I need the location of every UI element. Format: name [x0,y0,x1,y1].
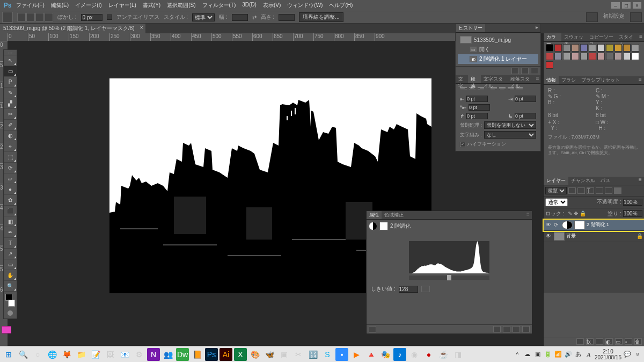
clip-to-layer-icon[interactable] [369,326,376,332]
tool-1[interactable]: ▭ [4,66,17,77]
calculator-icon[interactable]: 🔢 [306,348,319,361]
color-swatch-pair[interactable] [4,293,17,308]
notepad-icon[interactable]: 📝 [89,348,102,361]
swatch[interactable] [580,44,588,52]
tool-7[interactable]: ◐ [4,131,17,141]
tool-10[interactable]: ⟳ [4,163,17,173]
tool-16[interactable]: ✒ [4,227,17,238]
swatch[interactable] [623,44,631,52]
close-button[interactable]: × [632,2,642,9]
outlook-icon[interactable]: 📧 [118,348,131,361]
reset-icon[interactable] [503,326,510,332]
tab-history[interactable]: ヒストリー [456,24,485,32]
marquee-mode-icons[interactable] [17,13,53,21]
paint-icon[interactable]: 🎨 [248,348,261,361]
filter-pixel-icon[interactable] [568,187,576,194]
tool-0[interactable]: ↖ [4,55,17,66]
chrome-icon[interactable]: 🌐 [46,348,58,361]
swap-wh-icon[interactable]: ⇄ [252,15,257,20]
music-icon[interactable]: ♪ [393,348,406,361]
align-right-icon[interactable] [477,87,485,93]
tool-15[interactable]: ◧ [4,216,17,227]
tray-app-icon[interactable]: ▣ [533,350,542,359]
lock-all-icon[interactable]: 🔒 [580,211,586,216]
swatch[interactable] [623,53,631,60]
filter-shape-icon[interactable] [596,187,603,194]
history-delete-icon[interactable] [531,68,538,74]
justify-all-icon[interactable] [516,87,523,93]
history-item[interactable]: ▭開く [458,45,538,54]
layer-mask-icon[interactable] [596,338,603,345]
settings-icon[interactable]: ⚙ [133,348,145,361]
zoom-icon[interactable]: ▪ [335,348,348,361]
filter-smart-icon[interactable] [605,187,612,194]
butterfly-icon[interactable]: 🦋 [263,348,276,361]
hand-tool-icon[interactable] [421,286,430,292]
panel-menu-icon[interactable]: ≡ [638,33,644,41]
layer-thumb[interactable] [554,232,565,241]
tab-info-2[interactable]: ブラシプリセット [579,76,623,84]
swatch[interactable] [546,53,553,60]
firefox-icon[interactable]: 🦊 [60,348,73,361]
tab-color-1[interactable]: スウォッチ [561,33,587,41]
swatch[interactable] [572,44,579,52]
quickmask-icon[interactable] [4,308,17,318]
tab-color-correction[interactable]: 色域補正 [382,211,406,219]
panel-menu-icon[interactable]: ≡ [535,75,540,83]
toolbox-handle[interactable]: ··· [4,50,17,55]
swatch[interactable] [546,44,553,52]
align-left-icon[interactable] [460,87,467,93]
swatch[interactable] [563,53,570,60]
align-center-icon[interactable] [469,87,476,93]
layer-name[interactable]: 背景 [566,233,576,240]
tab-paragraph-2[interactable]: 文字スタイル [481,75,508,83]
onenote-icon[interactable]: N [147,348,160,361]
snip-icon[interactable]: ✂ [292,348,305,361]
swatch[interactable] [572,53,579,60]
antialias-checkbox[interactable] [107,15,112,20]
threshold-slider[interactable] [409,276,489,280]
swatch[interactable] [597,44,605,52]
adjustment-layer-icon[interactable]: ◐ [605,338,613,345]
lock-image-icon[interactable]: ✎ [568,211,572,216]
tool-8[interactable]: ⌖ [4,141,17,152]
layer-name[interactable]: 2 階調化 1 [587,221,609,228]
hyphenation-checkbox[interactable]: ✓ [460,142,465,147]
ime-icon[interactable]: あ [574,350,583,359]
toggle-visibility-icon[interactable] [513,326,520,332]
lock-position-icon[interactable]: ✥ [574,211,578,216]
adjustment-thumb-icon[interactable] [562,221,573,229]
justify-left-icon[interactable] [490,87,497,93]
obs-icon[interactable]: 🎭 [379,348,392,361]
swatch[interactable] [546,61,553,69]
vscode-icon[interactable]: ◨ [451,348,464,361]
link-layers-icon[interactable] [576,338,584,345]
app-icon[interactable]: ◉ [408,348,421,361]
layer-row[interactable]: 👁⟳2 階調化 1 [544,220,644,231]
tab-layers-0[interactable]: レイヤー [544,177,568,185]
volume-icon[interactable]: 🔊 [564,350,573,359]
ime-mode-icon[interactable]: A [584,350,593,359]
swatch[interactable] [563,44,570,52]
tool-21[interactable]: 🔍 [4,281,17,292]
kinsoku-select[interactable]: 禁則を使用しない [484,121,536,129]
current-tool-icon[interactable] [2,12,13,23]
tab-layers-1[interactable]: チャンネル [568,177,598,185]
swatch[interactable] [614,53,622,60]
first-line-input[interactable] [469,104,490,111]
cloud-icon[interactable] [630,12,642,22]
menu-item[interactable]: 選択範囲(S) [164,1,199,10]
mask-thumb-icon[interactable] [574,221,585,229]
menu-item[interactable]: 3D(D) [239,1,260,10]
menu-item[interactable]: イメージ(I) [72,1,105,10]
screen-mode-icon[interactable] [2,326,11,334]
justify-center-icon[interactable] [499,87,506,93]
menu-item[interactable]: ファイル(F) [13,1,48,10]
tool-14[interactable]: ⬛ [4,206,17,216]
menu-item[interactable]: レイヤー(L) [105,1,140,10]
fill-input[interactable] [623,210,642,217]
height-input[interactable] [279,14,295,21]
terminal-icon[interactable]: ▣ [277,348,290,361]
visibility-icon[interactable]: 👁 [545,233,552,240]
refine-edge-button[interactable]: 境界線を調整... [299,12,343,22]
